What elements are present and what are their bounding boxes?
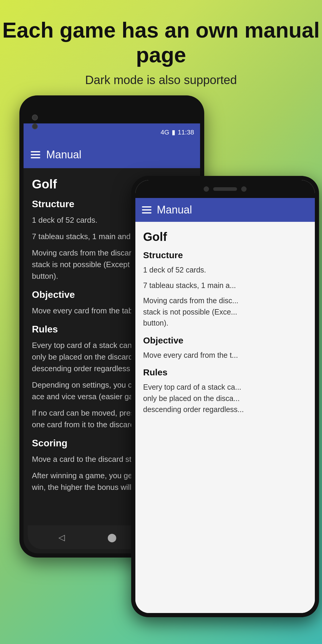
app-bar-title-front: Manual bbox=[157, 204, 192, 216]
hamburger-line-1f bbox=[142, 206, 151, 208]
status-icons: 4G ▮ 11:38 bbox=[161, 129, 194, 136]
section-rules-front: Rules bbox=[143, 367, 307, 377]
structure-text-1-front: 1 deck of 52 cards. bbox=[143, 264, 307, 276]
rules-text-1-front: Every top card of a stack ca...only be p… bbox=[143, 382, 307, 415]
header-title: Each game has an own manual page bbox=[0, 18, 322, 67]
signal-icon: 4G bbox=[161, 129, 169, 136]
app-bar-title-back: Manual bbox=[46, 148, 81, 161]
back-cameras bbox=[32, 114, 38, 129]
hamburger-line-2 bbox=[31, 154, 40, 155]
hamburger-line-1 bbox=[31, 151, 40, 152]
nav-back-button[interactable]: ◁ bbox=[56, 531, 68, 543]
phone-back-notch bbox=[24, 100, 200, 123]
battery-icon: ▮ bbox=[172, 129, 175, 136]
nav-home-button[interactable]: ⬤ bbox=[106, 531, 118, 543]
phone-front-notch bbox=[135, 180, 315, 198]
section-objective-front: Objective bbox=[143, 335, 307, 346]
header-section: Each game has an own manual page Dark mo… bbox=[0, 18, 322, 87]
camera-dot-1 bbox=[32, 114, 38, 120]
hamburger-line-3f bbox=[142, 212, 151, 213]
hamburger-menu-front[interactable] bbox=[142, 206, 151, 213]
app-bar-back: Manual bbox=[24, 141, 200, 168]
phone-front-content: Golf Structure 1 deck of 52 cards. 7 tab… bbox=[135, 222, 315, 613]
section-structure-front: Structure bbox=[143, 250, 307, 260]
phone-front-light: Manual Golf Structure 1 deck of 52 cards… bbox=[131, 176, 319, 617]
game-title-front: Golf bbox=[143, 230, 307, 244]
app-bar-front: Manual bbox=[135, 198, 315, 222]
hamburger-line-3 bbox=[31, 157, 40, 158]
front-speaker bbox=[213, 187, 237, 191]
header-subtitle: Dark mode is also supported bbox=[0, 73, 322, 87]
notch-bar bbox=[82, 100, 142, 109]
phone-front-screen: Manual Golf Structure 1 deck of 52 cards… bbox=[135, 180, 315, 613]
status-bar-back: 4G ▮ 11:38 bbox=[24, 123, 200, 141]
front-camera-dot-1 bbox=[204, 186, 209, 192]
hamburger-menu-back[interactable] bbox=[31, 151, 40, 158]
hamburger-line-2f bbox=[142, 209, 151, 210]
structure-text-3-front: Moving cards from the disc...stack is no… bbox=[143, 295, 307, 329]
time-display: 11:38 bbox=[178, 129, 194, 136]
camera-dot-2 bbox=[32, 123, 38, 129]
front-cameras bbox=[204, 186, 247, 192]
structure-text-2-front: 7 tableau stacks, 1 main a... bbox=[143, 280, 307, 291]
front-camera-dot-2 bbox=[241, 186, 247, 192]
objective-text-front: Move every card from the t... bbox=[143, 350, 307, 361]
